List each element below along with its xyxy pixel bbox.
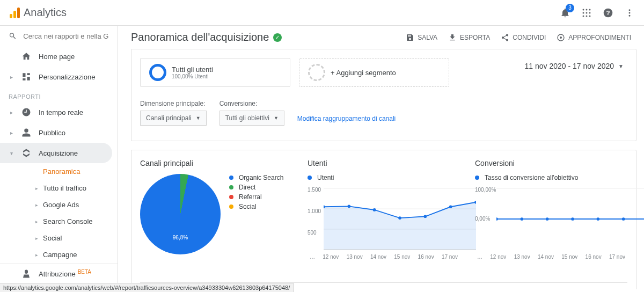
sidebar-item-realtime[interactable]: ▸ In tempo reale bbox=[0, 102, 118, 122]
svg-point-11 bbox=[589, 15, 591, 17]
analytics-logo-icon bbox=[9, 6, 21, 19]
primary-dimension-select[interactable]: Canali principali ▼ bbox=[140, 111, 207, 126]
sidebar-item-label: Pubblico bbox=[39, 129, 65, 137]
chevron-down-icon: ▾ bbox=[9, 150, 14, 156]
subnav-search-console[interactable]: ▸Search Console bbox=[29, 213, 118, 230]
add-segment-ring-icon bbox=[308, 64, 325, 81]
add-segment-button[interactable]: + Aggiungi segmento bbox=[299, 58, 449, 87]
add-segment-label: + Aggiungi segmento bbox=[331, 69, 396, 77]
sidebar-item-customization[interactable]: ▸ Personalizzazione bbox=[0, 67, 118, 87]
save-button[interactable]: SALVA bbox=[406, 33, 437, 42]
svg-rect-17 bbox=[23, 73, 25, 77]
legend-organic: Organic Search bbox=[229, 174, 283, 181]
chevron-right-icon: ▸ bbox=[9, 74, 14, 80]
subnav-all-traffic[interactable]: ▸Tutto il traffico bbox=[29, 180, 118, 196]
person-icon bbox=[21, 128, 31, 137]
svg-point-3 bbox=[583, 9, 584, 10]
apps-icon[interactable] bbox=[581, 7, 592, 19]
dashboard-icon bbox=[21, 72, 31, 82]
svg-rect-2 bbox=[17, 8, 20, 18]
subnav-overview[interactable]: Panoramica bbox=[29, 163, 118, 180]
sidebar-item-label: Home page bbox=[39, 53, 75, 61]
svg-point-28 bbox=[347, 205, 350, 208]
svg-point-39 bbox=[571, 217, 574, 221]
attribution-icon bbox=[21, 269, 31, 279]
svg-point-9 bbox=[583, 15, 584, 17]
logo[interactable]: Analytics bbox=[9, 6, 67, 19]
insights-button[interactable]: APPROFONDIMENTI bbox=[557, 33, 631, 42]
sidebar-item-attribution[interactable]: AttribuzioneBETA bbox=[0, 263, 118, 284]
chevron-right-icon: ▸ bbox=[35, 236, 40, 241]
sidebar-item-label: In tempo reale bbox=[39, 108, 83, 116]
share-button[interactable]: CONDIVIDI bbox=[501, 33, 546, 42]
chart-title: Conversioni bbox=[475, 159, 627, 167]
chevron-down-icon: ▼ bbox=[274, 115, 279, 121]
app-name: Analytics bbox=[24, 6, 67, 19]
segment-subtitle: 100,00% Utenti bbox=[172, 74, 213, 79]
svg-point-14 bbox=[629, 9, 631, 11]
chevron-right-icon: ▸ bbox=[35, 186, 40, 191]
chart-title: Canali principali bbox=[140, 159, 292, 167]
subnav-campaigns[interactable]: ▸Campagne bbox=[29, 246, 118, 263]
svg-point-5 bbox=[589, 9, 591, 10]
page-title: Panoramica dell'acquisizione bbox=[131, 31, 269, 43]
svg-rect-1 bbox=[13, 11, 16, 18]
svg-point-40 bbox=[596, 217, 599, 221]
insights-icon bbox=[557, 33, 565, 42]
sidebar-item-home[interactable]: Home page bbox=[0, 46, 118, 67]
save-icon bbox=[406, 33, 414, 42]
chart-title: Utenti bbox=[308, 159, 460, 167]
legend-direct: Direct bbox=[229, 184, 283, 191]
sidebar-search[interactable] bbox=[0, 26, 118, 46]
chevron-right-icon: ▸ bbox=[35, 219, 40, 224]
date-range-picker[interactable]: 11 nov 2020 - 17 nov 2020 ▼ bbox=[521, 58, 627, 74]
more-icon[interactable] bbox=[624, 7, 635, 19]
svg-point-4 bbox=[586, 9, 588, 10]
pie-legend: Organic Search Direct Referral Social bbox=[229, 174, 283, 210]
svg-rect-18 bbox=[27, 73, 30, 75]
svg-point-15 bbox=[629, 12, 631, 13]
sidebar-section-reports: RAPPORTI bbox=[0, 87, 118, 102]
svg-rect-19 bbox=[27, 77, 30, 81]
chart-channels: Canali principali 96,8% Organic Search D… bbox=[140, 159, 292, 273]
search-input[interactable] bbox=[23, 32, 109, 40]
export-icon bbox=[448, 33, 457, 42]
svg-point-7 bbox=[586, 12, 588, 13]
svg-rect-20 bbox=[23, 78, 25, 81]
sidebar-item-audience[interactable]: ▸ Pubblico bbox=[0, 122, 118, 143]
legend-social: Social bbox=[229, 203, 283, 210]
pie-chart: 96,8% bbox=[140, 174, 221, 254]
svg-point-29 bbox=[373, 208, 376, 211]
main: Panoramica dell'acquisizione ✓ SALVA ESP… bbox=[118, 26, 644, 292]
sidebar-item-label: AttribuzioneBETA bbox=[39, 269, 91, 278]
legend-referral: Referral bbox=[229, 193, 283, 201]
acquisition-icon bbox=[21, 148, 31, 158]
chevron-down-icon: ▼ bbox=[196, 115, 201, 121]
svg-point-36 bbox=[496, 217, 498, 221]
subnav-google-ads[interactable]: ▸Google Ads bbox=[29, 196, 118, 213]
svg-point-38 bbox=[546, 217, 549, 221]
notifications-icon[interactable]: 3 bbox=[559, 7, 571, 19]
sidebar-item-label: Personalizzazione bbox=[39, 73, 96, 81]
chevron-right-icon: ▸ bbox=[35, 202, 40, 208]
conversion-label: Conversione: bbox=[219, 100, 284, 107]
verified-icon: ✓ bbox=[273, 33, 282, 42]
conversion-select[interactable]: Tutti gli obiettivi ▼ bbox=[219, 111, 284, 126]
status-bar-url: https://analytics.google.com/analytics/w… bbox=[0, 283, 294, 292]
search-icon bbox=[9, 31, 17, 41]
sidebar-item-acquisition[interactable]: ▾ Acquisizione bbox=[0, 143, 112, 163]
svg-point-30 bbox=[398, 216, 401, 220]
conversions-line-chart bbox=[496, 187, 644, 251]
chevron-right-icon: ▸ bbox=[9, 110, 14, 115]
modify-channel-grouping-link[interactable]: Modifica raggruppamento di canali bbox=[297, 115, 396, 122]
export-button[interactable]: ESPORTA bbox=[448, 33, 490, 42]
segment-all-users[interactable]: Tutti gli utenti 100,00% Utenti bbox=[140, 58, 290, 87]
svg-point-31 bbox=[423, 215, 427, 218]
share-icon bbox=[501, 33, 509, 42]
subnav-social[interactable]: ▸Social bbox=[29, 230, 118, 246]
help-icon[interactable]: ? bbox=[602, 7, 614, 19]
home-icon bbox=[21, 52, 31, 61]
svg-point-6 bbox=[583, 12, 584, 13]
top-bar: Analytics 3 ? bbox=[0, 0, 644, 26]
pie-slice-label: 96,8% bbox=[173, 235, 188, 240]
